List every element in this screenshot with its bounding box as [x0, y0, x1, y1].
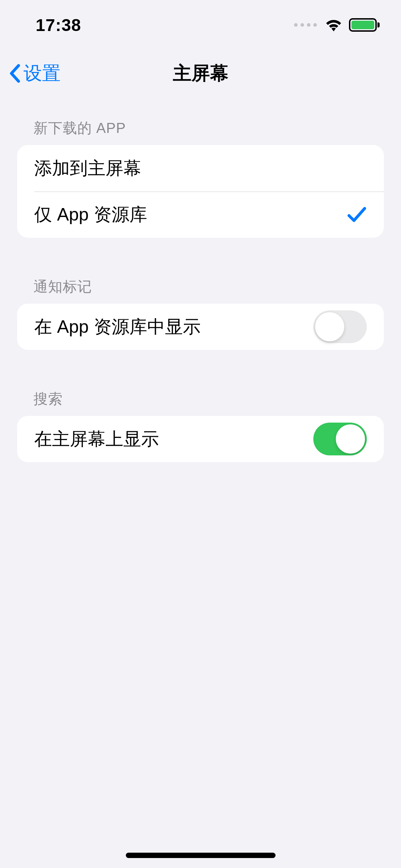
toggle-show-on-home[interactable]	[313, 423, 367, 455]
row-show-in-library: 在 App 资源库中显示	[17, 304, 384, 350]
page-title: 主屏幕	[173, 61, 228, 86]
chevron-left-icon	[9, 63, 21, 83]
status-time: 17:38	[36, 15, 81, 35]
row-show-on-home: 在主屏幕上显示	[17, 416, 384, 462]
option-add-to-home[interactable]: 添加到主屏幕	[17, 145, 384, 191]
section-header-search: 搜索	[0, 389, 401, 416]
group-badges: 在 App 资源库中显示	[17, 304, 384, 350]
status-right	[294, 18, 380, 32]
wifi-icon	[325, 18, 343, 32]
option-app-library-only[interactable]: 仅 App 资源库	[17, 191, 384, 238]
toggle-show-in-library[interactable]	[313, 310, 367, 343]
section-header-new-apps: 新下载的 APP	[0, 118, 401, 145]
cellular-dots-icon	[294, 23, 317, 27]
option-label: 仅 App 资源库	[34, 203, 147, 227]
checkmark-icon	[347, 206, 367, 223]
group-search: 在主屏幕上显示	[17, 416, 384, 462]
row-label: 在 App 资源库中显示	[34, 315, 201, 339]
section-header-badges: 通知标记	[0, 277, 401, 304]
nav-bar: 设置 主屏幕	[0, 50, 401, 97]
back-button[interactable]: 设置	[9, 50, 61, 97]
status-bar: 17:38	[0, 0, 401, 50]
battery-icon	[349, 18, 380, 32]
home-indicator[interactable]	[126, 853, 276, 858]
group-new-apps: 添加到主屏幕 仅 App 资源库	[17, 145, 384, 238]
row-label: 在主屏幕上显示	[34, 427, 159, 451]
back-label: 设置	[24, 61, 61, 86]
option-label: 添加到主屏幕	[34, 156, 141, 180]
